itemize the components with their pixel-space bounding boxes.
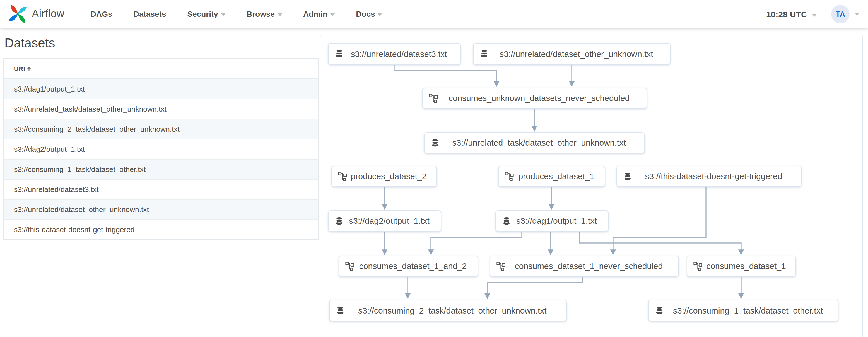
dataset-uri-cell[interactable]: s3://unrelated/dataset_other_unknown.txt — [4, 200, 318, 219]
nav-menu: DAGs Datasets Security Browse Admin Docs — [80, 0, 393, 28]
dataset-uri-cell[interactable]: s3://this-dataset-doesnt-get-triggered — [4, 219, 318, 240]
edge-n7-to-n11 — [613, 187, 706, 254]
node-label: s3://unrelated/dataset_other_unknown.txt — [488, 49, 664, 58]
dag-icon — [496, 262, 505, 271]
graph-node-dataset[interactable]: s3://consuming_2_task/dataset_other_unkn… — [329, 299, 566, 321]
database-icon — [479, 49, 488, 58]
airflow-logo[interactable]: Airflow — [8, 4, 64, 24]
dataset-uri-cell[interactable]: s3://unrelated/dataset3.txt — [4, 179, 318, 200]
database-icon — [502, 216, 511, 225]
dag-icon — [345, 262, 354, 271]
database-icon — [336, 306, 344, 315]
nav-item-label: Docs — [356, 9, 375, 19]
nav-item-label: Security — [187, 9, 218, 19]
graph-node-dataset[interactable]: s3://consuming_1_task/dataset_other.txt — [648, 299, 838, 321]
nav-item-label: DAGs — [91, 9, 113, 19]
dataset-uri-cell[interactable]: s3://consuming_2_task/dataset_other_unkn… — [4, 119, 318, 139]
dag-icon — [505, 172, 514, 181]
edge-n9-to-n10 — [431, 231, 522, 254]
chevron-down-icon — [378, 13, 382, 16]
graph-node-dataset[interactable]: s3://dag1/output_1.txt — [495, 210, 608, 231]
chevron-down-icon — [812, 14, 817, 17]
nav-item-admin[interactable]: Admin — [292, 9, 345, 19]
graph-node-dag[interactable]: consumes_dataset_1_and_2 — [339, 255, 478, 276]
brand-name: Airflow — [32, 8, 64, 20]
page-title: Datasets — [4, 36, 55, 51]
graph-node-dag[interactable]: produces_dataset_2 — [331, 166, 436, 187]
node-label: consumes_dataset_1 — [702, 262, 790, 271]
timezone-selector[interactable]: 10:28 UTC — [766, 9, 817, 19]
nav-item-dags[interactable]: DAGs — [80, 9, 123, 19]
graph-node-dag[interactable]: produces_dataset_1 — [498, 166, 605, 187]
graph-node-dataset[interactable]: s3://unrelated/dataset3.txt — [328, 43, 461, 64]
dataset-uri-cell[interactable]: s3://consuming_1_task/dataset_other.txt — [4, 159, 318, 179]
nav-item-label: Admin — [303, 9, 328, 19]
nav-item-label: Browse — [247, 9, 275, 19]
sort-icon — [27, 66, 31, 71]
column-header-label: URI — [14, 65, 25, 72]
column-header-uri[interactable]: URI — [4, 58, 318, 79]
datasets-table: URI s3://dag1/output_1.txt s3://unrelate… — [3, 58, 318, 240]
edge-n1-to-n3 — [394, 64, 496, 86]
navbar: Airflow DAGs Datasets Security Browse Ad… — [0, 0, 868, 28]
nav-item-label: Datasets — [133, 9, 166, 19]
graph-node-dataset[interactable]: s3://dag2/output_1.txt — [328, 210, 441, 231]
table-row[interactable]: s3://dag2/output_1.txt — [4, 139, 318, 159]
nav-item-browse[interactable]: Browse — [236, 9, 292, 19]
node-label: s3://dag1/output_1.txt — [511, 216, 602, 225]
node-label: s3://consuming_1_task/dataset_other.txt — [663, 305, 832, 315]
node-label: produces_dataset_1 — [514, 172, 599, 181]
edge-n11-to-n13 — [487, 276, 583, 298]
node-label: consumes_unknown_datasets_never_schedule… — [438, 93, 641, 103]
chevron-down-icon — [221, 13, 225, 16]
graph-node-dag[interactable]: consumes_unknown_datasets_never_schedule… — [422, 87, 647, 109]
dataset-dependency-graph: s3://unrelated/dataset3.txt s3://unrelat… — [320, 35, 863, 337]
database-icon — [655, 306, 663, 315]
dag-icon — [429, 94, 438, 103]
node-label: s3://unrelated/dataset3.txt — [343, 49, 454, 58]
database-icon — [334, 216, 343, 225]
nav-item-security[interactable]: Security — [177, 9, 236, 19]
graph-node-dataset[interactable]: s3://unrelated_task/dataset_other_unknow… — [424, 132, 645, 153]
database-icon — [334, 49, 343, 58]
dataset-uri-cell[interactable]: s3://dag1/output_1.txt — [4, 79, 318, 99]
chevron-down-icon — [278, 13, 282, 16]
nav-item-datasets[interactable]: Datasets — [123, 9, 177, 19]
node-label: s3://unrelated_task/dataset_other_unknow… — [439, 138, 639, 147]
dag-icon — [693, 262, 702, 271]
table-row[interactable]: s3://this-dataset-doesnt-get-triggered — [4, 219, 318, 240]
node-label: consumes_dataset_1_and_2 — [354, 262, 472, 271]
clock-label: 10:28 UTC — [766, 9, 807, 19]
node-label: s3://this-dataset-doesnt-get-triggered — [632, 172, 796, 181]
table-row[interactable]: s3://unrelated/dataset_other_unknown.txt — [4, 200, 318, 219]
dataset-uri-cell[interactable]: s3://unrelated_task/dataset_other_unknow… — [4, 99, 318, 119]
user-initials: TA — [836, 10, 845, 18]
graph-node-dataset[interactable]: s3://unrelated/dataset_other_unknown.txt — [473, 43, 671, 64]
node-label: s3://dag2/output_1.txt — [343, 216, 435, 225]
graph-node-dag[interactable]: consumes_dataset_1 — [687, 255, 796, 276]
graph-node-dag[interactable]: consumes_dataset_1_never_scheduled — [490, 255, 679, 276]
user-menu-chevron-icon[interactable] — [855, 12, 859, 16]
nav-item-docs[interactable]: Docs — [345, 9, 393, 19]
node-label: produces_dataset_2 — [347, 172, 430, 181]
database-icon — [623, 172, 632, 181]
node-label: consumes_dataset_1_never_scheduled — [505, 262, 673, 271]
graph-node-dataset[interactable]: s3://this-dataset-doesnt-get-triggered — [616, 166, 802, 187]
table-row[interactable]: s3://dag1/output_1.txt — [4, 79, 318, 99]
node-label: s3://consuming_2_task/dataset_other_unkn… — [344, 305, 560, 315]
dataset-uri-cell[interactable]: s3://dag2/output_1.txt — [4, 139, 318, 159]
airflow-datasets-page: Airflow DAGs Datasets Security Browse Ad… — [0, 0, 868, 337]
chevron-down-icon — [330, 13, 335, 16]
table-row[interactable]: s3://consuming_2_task/dataset_other_unkn… — [4, 119, 318, 139]
user-avatar[interactable]: TA — [831, 5, 849, 23]
dag-icon — [338, 172, 347, 181]
database-icon — [430, 138, 439, 147]
table-row[interactable]: s3://consuming_1_task/dataset_other.txt — [4, 159, 318, 179]
table-row[interactable]: s3://unrelated/dataset3.txt — [4, 179, 318, 200]
table-row[interactable]: s3://unrelated_task/dataset_other_unknow… — [4, 99, 318, 119]
airflow-pinwheel-icon — [8, 4, 28, 24]
edge-n9-to-n12 — [579, 231, 741, 254]
